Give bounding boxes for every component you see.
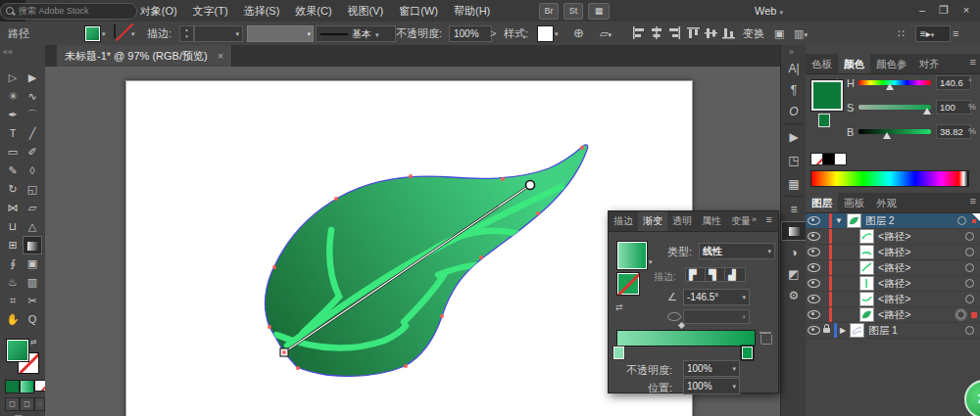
symbols-panel-icon[interactable]: ◩	[781, 264, 807, 284]
current-color-swatch[interactable]	[811, 80, 843, 111]
paragraph-panel-icon[interactable]: ¶	[781, 80, 807, 100]
minimize-button[interactable]: –	[911, 0, 933, 20]
align-middle-icon[interactable]	[705, 26, 718, 39]
reverse-gradient-icon[interactable]: ⇄	[615, 302, 623, 312]
actions-panel-icon[interactable]: ▶	[781, 127, 807, 147]
style-dropdown-icon[interactable]: ▾	[555, 30, 559, 38]
color-mode-button[interactable]	[5, 380, 20, 393]
path-name[interactable]: <路径>	[878, 308, 956, 322]
character-panel-icon[interactable]: A|	[781, 59, 807, 78]
style-swatch[interactable]	[537, 25, 554, 42]
gradient-type-dropdown[interactable]: 线性▾	[699, 243, 775, 259]
direct-selection-tool[interactable]: ▷	[3, 69, 23, 87]
panel-menu-icon[interactable]: ≡	[953, 22, 958, 45]
draw-normal-button[interactable]: ◻	[5, 397, 20, 411]
bridge-button[interactable]: Br	[539, 3, 559, 20]
target-circle[interactable]	[965, 232, 974, 241]
eyedropper-tool[interactable]: ∮	[3, 254, 23, 273]
menu-select[interactable]: 选择(S)	[236, 0, 288, 22]
menu-type[interactable]: 文字(T)	[185, 0, 236, 22]
align-center-icon[interactable]	[650, 26, 663, 39]
tab-swatches[interactable]: 色板	[806, 54, 838, 73]
visibility-eye-icon[interactable]	[808, 279, 820, 288]
tab-layers[interactable]: 图层	[806, 193, 838, 212]
visibility-eye-icon[interactable]	[808, 232, 820, 241]
path-name[interactable]: <路径>	[878, 246, 965, 259]
brightness-value[interactable]: 38.82	[936, 124, 971, 139]
tab-appearance[interactable]: 外观	[870, 193, 903, 212]
rotate-tool[interactable]: ↻	[3, 180, 23, 199]
panel-menu-icon[interactable]: ≡	[970, 195, 976, 207]
target-circle-selected[interactable]	[956, 310, 965, 319]
opacity-value[interactable]: 100%	[449, 25, 492, 42]
align-left-icon[interactable]	[632, 26, 646, 39]
path-name[interactable]: <路径>	[878, 293, 965, 306]
gradient-fill-swatch[interactable]	[616, 241, 648, 270]
shape-properties-icon[interactable]: ▱▾	[600, 22, 612, 45]
gradient-stop-end-selected[interactable]	[742, 347, 753, 359]
symbol-sprayer-tool[interactable]: ♨	[3, 273, 23, 292]
layer-row-path[interactable]: <路径>	[806, 292, 980, 307]
links-panel-icon[interactable]: ◳	[781, 151, 807, 170]
brush-definition-dropdown[interactable]: 基本▾	[316, 25, 396, 42]
arrange-documents-icon[interactable]: ▦	[588, 3, 610, 20]
align-top-icon[interactable]	[687, 26, 701, 39]
draw-behind-button[interactable]: ◻	[20, 397, 34, 411]
swap-fill-stroke-icon[interactable]: ⇄	[30, 338, 37, 347]
path-thumbnail[interactable]	[859, 276, 874, 291]
tab-properties[interactable]: 属性	[697, 211, 726, 231]
menu-window[interactable]: 窗口(W)	[391, 0, 446, 22]
graphic-styles-panel-icon[interactable]: ⚙	[781, 286, 807, 305]
target-circle[interactable]	[965, 279, 974, 288]
align-right-icon[interactable]	[667, 26, 681, 39]
hue-slider[interactable]	[858, 80, 931, 85]
path-thumbnail[interactable]	[859, 292, 874, 306]
layer-row-layer2[interactable]: ▼ 图层 2	[806, 213, 980, 229]
zoom-tool[interactable]: Q	[23, 310, 42, 329]
artboard-tool[interactable]: ⌗	[3, 292, 23, 310]
lock-icon[interactable]	[823, 328, 830, 333]
tab-gradient[interactable]: 渐变	[638, 211, 667, 231]
draw-inside-button[interactable]: ◌	[34, 397, 45, 411]
paintbrush-tool[interactable]: ✐	[23, 143, 42, 162]
path-thumbnail[interactable]	[859, 245, 874, 259]
workspace-icon[interactable]: ≡▸▾	[915, 25, 951, 42]
hand-tool[interactable]: ✋	[3, 310, 23, 329]
menu-effect[interactable]: 效果(C)	[287, 0, 339, 22]
layer-row-path[interactable]: <路径>	[806, 229, 980, 245]
stroke-panel-icon[interactable]: ≡	[781, 200, 807, 219]
panel-menu-icon[interactable]: ≡	[766, 213, 772, 225]
layer-row-path[interactable]: <路径>	[806, 245, 980, 260]
blend-tool[interactable]: ▣	[23, 254, 42, 273]
stroke-weight-value[interactable]: ▾	[194, 25, 243, 42]
transparency-panel-icon[interactable]: ◑	[781, 243, 807, 262]
line-segment-tool[interactable]: ╱	[23, 124, 42, 143]
panel-menu-icon[interactable]: ≡	[970, 56, 976, 68]
arrange-documents-icon[interactable]: ∷	[898, 22, 905, 45]
stop-opacity-input[interactable]: 100%▾	[683, 360, 740, 377]
tab-transparency[interactable]: 透明	[667, 211, 697, 231]
document-tab[interactable]: 未标题-1* @ 97% (RGB/预览) ×	[57, 45, 232, 67]
tab-align[interactable]: 对齐	[913, 54, 946, 73]
path-thumbnail[interactable]	[859, 229, 874, 244]
collapse-panel-icon[interactable]: ««	[3, 47, 13, 57]
color-spectrum-bar[interactable]	[810, 170, 969, 187]
stop-position-input[interactable]: 100%▾	[683, 378, 740, 394]
layer-thumbnail[interactable]	[847, 213, 861, 228]
stroke-color-swatch[interactable]	[114, 24, 116, 38]
tab-artboards[interactable]: 画板	[838, 193, 870, 212]
workspace-switcher[interactable]: Web ▾	[755, 0, 783, 23]
pen-tool[interactable]: ✒	[3, 106, 23, 124]
gradient-stop-start[interactable]	[613, 347, 624, 359]
target-circle[interactable]	[965, 295, 974, 303]
chevron-right-icon[interactable]: ▶	[840, 326, 846, 335]
shape-builder-tool[interactable]: ⊔	[3, 217, 23, 236]
brightness-slider[interactable]	[858, 129, 931, 134]
layer-row-path[interactable]: <路径>	[806, 276, 980, 292]
variable-width-profile-dropdown[interactable]: ▾	[247, 25, 314, 42]
path-name[interactable]: <路径>	[878, 261, 965, 275]
visibility-eye-icon[interactable]	[808, 216, 820, 225]
visibility-eye-icon[interactable]	[808, 295, 820, 303]
menu-object[interactable]: 对象(O)	[132, 0, 185, 22]
document-close-icon[interactable]: ×	[218, 50, 223, 62]
